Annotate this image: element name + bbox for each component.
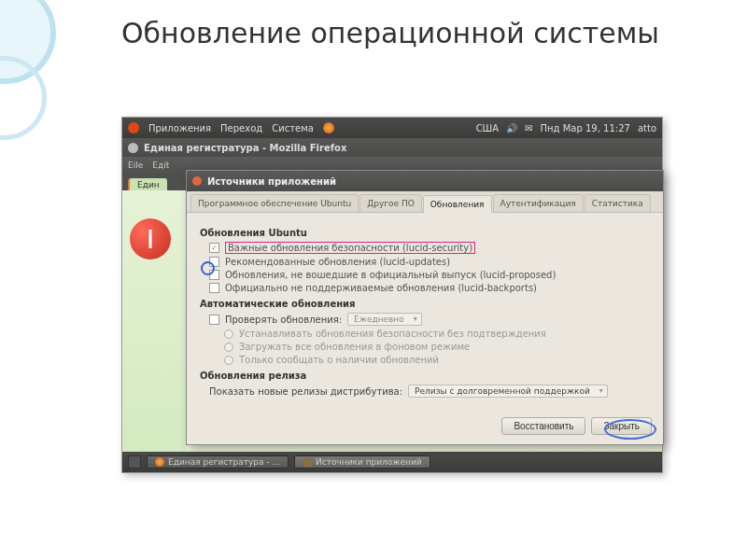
checkbox-security-updates[interactable]: Важные обновления безопасности (lucid-se…: [209, 242, 650, 254]
taskbar-firefox[interactable]: Единая регистратура - ...: [147, 455, 289, 469]
taskbar-software-sources[interactable]: Источники приложений: [294, 455, 430, 469]
dialog-title: Источники приложений: [207, 176, 336, 187]
tab-ubuntu-software[interactable]: Программное обеспечение Ubuntu: [190, 194, 359, 212]
tab-authentication[interactable]: Аутентификация: [493, 194, 584, 212]
firefox-tab-label: Един: [137, 180, 160, 189]
check-interval-dropdown[interactable]: Ежедневно: [347, 313, 422, 326]
radio-icon: [224, 329, 233, 339]
release-dropdown[interactable]: Релизы с долговременной поддержкой: [408, 385, 608, 398]
clock[interactable]: Пнд Мар 19, 11:27: [541, 123, 630, 133]
user-menu[interactable]: atto: [638, 123, 656, 133]
taskbar-label: Источники приложений: [316, 457, 422, 467]
check-updates-row: Проверять обновления: Ежедневно: [209, 313, 650, 326]
radio-icon: [224, 343, 233, 352]
restore-button[interactable]: Восстановить: [501, 417, 585, 435]
panel-menu-places[interactable]: Переход: [220, 123, 262, 133]
close-button[interactable]: Закрыть: [591, 417, 652, 435]
software-sources-dialog: Источники приложений Программное обеспеч…: [186, 170, 664, 445]
radio-notify-only: Только сообщать о наличии обновлений: [224, 355, 650, 365]
section-release-upgrade: Обновления релиза: [200, 371, 650, 381]
dialog-tabs: Программное обеспечение Ubuntu Другое ПО…: [187, 191, 663, 213]
section-ubuntu-updates: Обновления Ubuntu: [200, 228, 650, 238]
ff-menu-edit[interactable]: Едit: [152, 161, 169, 170]
dialog-titlebar[interactable]: Источники приложений: [187, 171, 663, 191]
show-desktop-button[interactable]: [128, 455, 141, 469]
keyboard-layout-indicator[interactable]: США: [476, 123, 500, 133]
checkbox-icon[interactable]: [209, 243, 219, 253]
gnome-top-panel: Приложения Переход Система США 🔊 ✉ Пнд М…: [122, 118, 662, 138]
firefox-titlebar: Единая регистратура - Mozilla Firefox: [122, 138, 662, 157]
firefox-task-icon: [155, 457, 164, 467]
tab-other-software[interactable]: Другое ПО: [359, 194, 422, 212]
firefox-tab[interactable]: Един: [128, 178, 167, 190]
checkbox-check-updates[interactable]: [209, 315, 219, 325]
settings-task-icon: [303, 457, 312, 467]
radio-label: Только сообщать о наличии обновлений: [239, 355, 439, 365]
dialog-body: Обновления Ubuntu Важные обновления безо…: [187, 213, 663, 410]
dialog-close-icon[interactable]: [192, 176, 202, 186]
window-close-icon[interactable]: [128, 143, 138, 153]
radio-install-silently: Устанавливать обновления безопасности бе…: [224, 329, 650, 339]
gnome-bottom-panel: Единая регистратура - ... Источники прил…: [122, 452, 662, 472]
firefox-window-title: Единая регистратура - Mozilla Firefox: [144, 143, 346, 153]
slide-title: Обновление операционной системы: [121, 17, 659, 50]
mail-icon[interactable]: ✉: [525, 123, 532, 133]
section-automatic-updates: Автоматические обновления: [200, 299, 650, 309]
checkbox-recommended-updates[interactable]: Рекомендованные обновления (lucid-update…: [209, 257, 650, 267]
alert-icon: [130, 218, 171, 259]
checkbox-icon[interactable]: [209, 257, 219, 267]
taskbar-label: Единая регистратура - ...: [168, 457, 280, 467]
radio-label: Устанавливать обновления безопасности бе…: [239, 329, 546, 339]
panel-menu-system[interactable]: Система: [272, 123, 314, 133]
panel-menu-applications[interactable]: Приложения: [148, 123, 211, 133]
tab-statistics[interactable]: Статистика: [585, 194, 651, 212]
checkbox-backports-updates[interactable]: Официально не поддерживаемые обновления …: [209, 283, 650, 293]
ubuntu-logo-icon: [128, 122, 139, 133]
checkbox-label: Рекомендованные обновления (lucid-update…: [225, 257, 450, 267]
radio-download-background: Загружать все обновления в фоновом режим…: [224, 342, 650, 352]
page-background: Источники приложений Программное обеспеч…: [122, 190, 662, 452]
release-upgrade-row: Показать новые релизы дистрибутива: Рели…: [209, 385, 650, 398]
firefox-icon[interactable]: [323, 122, 334, 133]
radio-icon: [224, 356, 233, 365]
checkbox-label: Важные обновления безопасности (lucid-se…: [225, 242, 475, 254]
volume-icon[interactable]: 🔊: [506, 123, 517, 133]
checkbox-icon[interactable]: [209, 283, 219, 293]
checkbox-label: Официально не поддерживаемые обновления …: [225, 283, 537, 293]
checkbox-icon[interactable]: [209, 270, 219, 280]
radio-label: Загружать все обновления в фоновом режим…: [239, 342, 470, 352]
os-screenshot: Приложения Переход Система США 🔊 ✉ Пнд М…: [121, 117, 663, 473]
slide-decoration: [0, 0, 67, 560]
check-updates-label: Проверять обновления:: [225, 315, 342, 325]
release-label: Показать новые релизы дистрибутива:: [209, 386, 402, 397]
dialog-footer: Восстановить Закрыть: [187, 410, 663, 444]
ff-menu-file[interactable]: Eile: [128, 161, 143, 170]
checkbox-proposed-updates[interactable]: Обновления, не вошедшие в официальный вы…: [209, 270, 650, 280]
tab-updates[interactable]: Обновления: [423, 195, 492, 213]
checkbox-label: Обновления, не вошедшие в официальный вы…: [225, 270, 556, 280]
webpage-sidebar: [122, 190, 186, 452]
